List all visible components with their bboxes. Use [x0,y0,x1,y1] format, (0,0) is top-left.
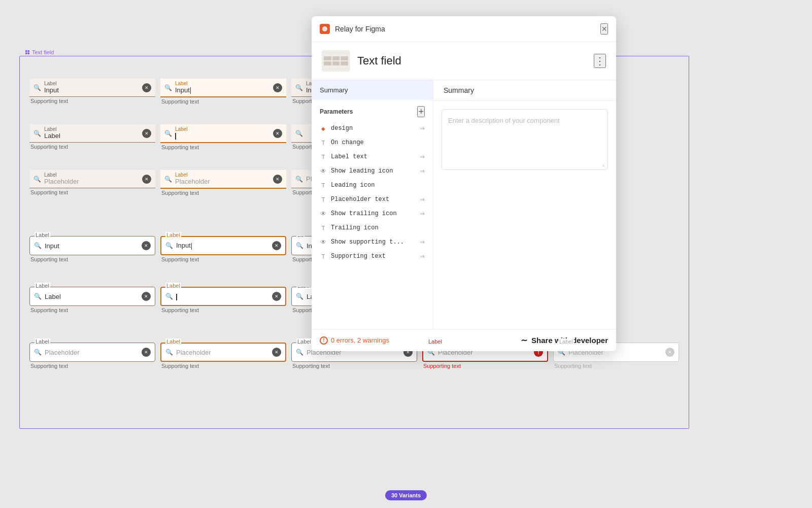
eye-icon: 👁 [320,167,327,175]
supporting-text: Supporting text [30,189,155,195]
tf-outlined-wrapper: Label 🔍 Input ✕ [160,236,286,255]
clear-button[interactable]: ✕ [272,348,281,357]
search-icon: 🔍 [296,293,303,300]
error-circle-icon: ! [320,336,328,345]
description-area[interactable]: Enter a description of your component ⌞ [442,109,608,170]
clear-button[interactable]: ✕ [273,83,282,92]
clear-button[interactable]: ✕ [142,175,151,184]
param-item-labeltext[interactable]: T Label text ⇒ [312,150,433,164]
field-floating-label: Label [35,232,50,238]
clear-button[interactable]: ✕ [272,241,281,250]
field-floating-label: Label [296,338,312,345]
tf-input[interactable]: 🔍 Label Input ✕ [29,79,155,97]
param-item-placeholder[interactable]: T Placeholder text ⇒ [312,192,433,207]
supporting-text: Supporting text [30,144,155,150]
field-floating-label: Label [427,338,443,345]
field-label: Label [44,173,139,178]
tf-outlined-wrapper: Label 🔍 Placeholder ✕ [160,343,286,362]
tf-input[interactable]: 🔍 Input ✕ [160,236,286,255]
tf-input[interactable]: 🔍 Placeholder ✕ [160,343,286,362]
param-name-showleading: Show leading icon [331,167,416,175]
field-floating-label: Label [165,338,181,345]
tf-input[interactable]: 🔍 Label Placeholder ✕ [160,170,286,189]
search-icon: 🔍 [33,130,41,137]
param-arrow: ⇒ [420,196,425,203]
thumb-item [332,56,340,60]
supporting-text: Supporting text [161,98,286,105]
param-item-showtrailing[interactable]: 👁 Show trailing icon ⇒ [312,207,433,221]
clear-button[interactable]: ✕ [142,348,151,357]
tf-component: 🔍 Label Input ✕ Supporting text [160,79,286,105]
panel-body: Summary Parameters + ◆ design ⇒ T [312,80,616,329]
tf-input[interactable]: 🔍 Label ✕ [29,287,155,306]
tf-input[interactable]: 🔍 Label Placeholder ✕ [29,170,155,188]
tf-input[interactable]: 🔍 Label Input ✕ [160,79,286,97]
param-item-showsupporting[interactable]: 👁 Show supporting t... ⇒ [312,235,433,249]
param-item-onchange[interactable]: T On change [312,136,433,150]
field-value: Label [45,293,139,300]
clear-button[interactable]: ✕ [142,292,151,301]
add-parameter-button[interactable]: + [417,106,425,117]
field-floating-label: Label [35,283,50,289]
component-thumbnail [322,50,350,72]
field-floating-label: Label [35,338,50,345]
tf-input[interactable]: 🔍 ✕ [160,287,286,306]
clear-button[interactable]: ✕ [142,83,151,92]
search-icon: 🔍 [296,242,303,249]
search-icon: 🔍 [34,293,42,300]
field-value: Input [45,242,139,250]
param-item-design[interactable]: ◆ design ⇒ [312,121,433,136]
param-item-trailingicon[interactable]: T Trailing icon [312,221,433,235]
cursor-indicator [175,133,176,140]
field-placeholder: Placeholder [44,178,139,185]
search-icon: 🔍 [295,130,303,137]
field-value: Input [44,86,139,94]
param-item-leadingicon[interactable]: T Leading icon [312,178,433,192]
tf-input[interactable]: 🔍 Placeholder ✕ [29,343,155,362]
cursor-indicator [176,294,177,300]
search-icon: 🔍 [295,176,303,183]
clear-button[interactable]: ✕ [142,129,151,138]
panel-header: Relay for Figma × [312,16,616,42]
param-arrow: ⇒ [420,253,425,260]
supporting-text: Supporting text [161,363,286,369]
search-icon: 🔍 [296,349,303,356]
summary-tab[interactable]: Summary [312,80,433,100]
more-options-button[interactable]: ⋮ [594,54,606,68]
supporting-text: Supporting text [30,256,155,262]
clear-button[interactable]: ✕ [272,292,281,301]
supporting-text: Supporting text [161,144,286,150]
component-name: Text field [357,54,587,67]
field-value: Input [176,242,269,249]
field-placeholder: Placeholder [176,349,269,356]
param-arrow: ⇒ [420,153,425,160]
relay-app-icon [320,24,330,34]
tf-input[interactable]: 🔍 Label Label ✕ [29,124,155,143]
left-pane: Summary Parameters + ◆ design ⇒ T [312,80,433,329]
tf-input[interactable]: 🔍 Label ✕ [160,124,286,143]
param-item-showleading[interactable]: 👁 Show leading icon ⇒ [312,164,433,178]
clear-button[interactable]: ✕ [142,241,151,250]
search-icon: 🔍 [34,349,42,356]
search-icon: 🔍 [164,176,172,183]
frame-label: Text field [23,49,56,55]
supporting-text: Supporting text [30,363,155,369]
clear-button[interactable]: ✕ [273,175,282,184]
tf-component: Label 🔍 ✕ Supporting text [160,287,286,313]
search-icon: 🔍 [164,130,172,137]
tf-input[interactable]: 🔍 Input ✕ [29,236,155,255]
tf-component: Label 🔍 Label ✕ Supporting text [29,287,155,313]
relay-logo-svg [322,26,328,32]
param-item-supportingtext[interactable]: T Supporting text ⇒ [312,249,433,263]
supporting-text: Supporting text [161,190,286,196]
right-pane-title: Summary [433,80,616,101]
close-panel-button[interactable]: × [600,23,608,35]
parameter-list: ◆ design ⇒ T On change T Label text ⇒ [312,121,433,329]
parameters-header: Parameters + [312,100,433,121]
clear-button[interactable]: ✕ [273,129,282,138]
svg-rect-2 [25,53,27,55]
tf-component: 🔍 Label ✕ Supporting text [160,124,286,150]
tf-component: 🔍 Label Input ✕ Supporting text [29,79,155,104]
canvas: Text field 🔍 Label Input ✕ Supporting te… [0,0,812,508]
svg-rect-0 [25,50,27,52]
